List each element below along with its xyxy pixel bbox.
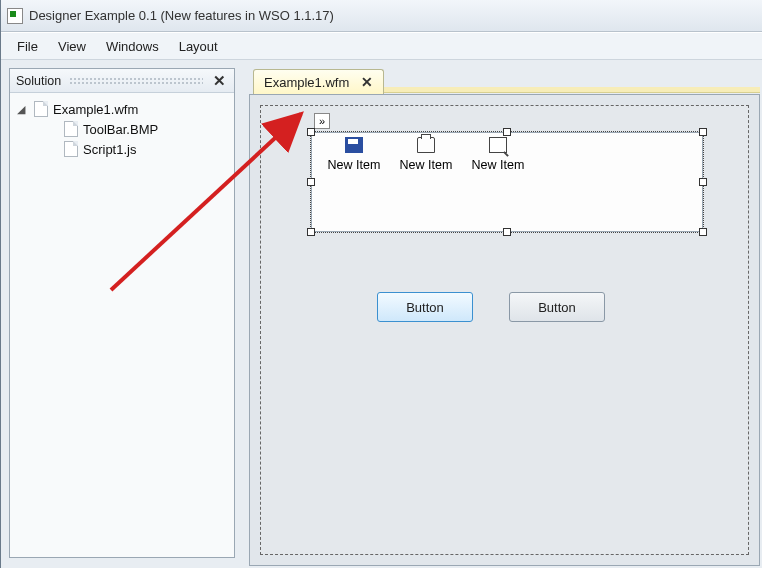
toolbar-item[interactable]: New Item — [462, 137, 534, 172]
workspace: Solution ✕ ◢ Example1.wfm ToolBar.BMP Sc… — [1, 60, 762, 568]
toolbar-item[interactable]: New Item — [318, 137, 390, 172]
resize-handle-se[interactable] — [699, 228, 707, 236]
close-icon[interactable]: ✕ — [211, 72, 228, 90]
menu-windows[interactable]: Windows — [96, 36, 169, 57]
tree-root-label: Example1.wfm — [53, 102, 138, 117]
panel-grip[interactable] — [69, 77, 203, 85]
app-icon — [7, 8, 23, 24]
menubar: File View Windows Layout — [1, 32, 762, 60]
tree-item-script1-js[interactable]: Script1.js — [14, 139, 230, 159]
resize-handle-s[interactable] — [503, 228, 511, 236]
close-icon[interactable]: ✕ — [361, 74, 373, 90]
window-title: Designer Example 0.1 (New features in WS… — [29, 8, 334, 23]
form-button-primary[interactable]: Button — [377, 292, 473, 322]
resize-handle-n[interactable] — [503, 128, 511, 136]
resize-handle-nw[interactable] — [307, 128, 315, 136]
menu-view[interactable]: View — [48, 36, 96, 57]
file-icon — [34, 101, 48, 117]
file-icon — [64, 141, 78, 157]
expand-toggle[interactable]: ◢ — [14, 103, 28, 116]
designer-canvas[interactable]: » New Item New Item — [249, 94, 760, 566]
resize-handle-sw[interactable] — [307, 228, 315, 236]
tab-label: Example1.wfm — [264, 75, 349, 90]
tree-item-toolbar-bmp[interactable]: ToolBar.BMP — [14, 119, 230, 139]
toolbar-item[interactable]: New Item — [390, 137, 462, 172]
toolbar-item-label: New Item — [472, 158, 525, 172]
tree-item-label: ToolBar.BMP — [83, 122, 158, 137]
solution-tree: ◢ Example1.wfm ToolBar.BMP Script1.js — [10, 93, 234, 165]
toolbar-items: New Item New Item New Item — [312, 133, 702, 176]
form-button-secondary[interactable]: Button — [509, 292, 605, 322]
save-icon — [345, 137, 363, 153]
tabstrip-background — [384, 87, 760, 93]
form-surface[interactable]: » New Item New Item — [260, 105, 749, 555]
resize-handle-ne[interactable] — [699, 128, 707, 136]
solution-panel-header[interactable]: Solution ✕ — [10, 69, 234, 93]
file-icon — [64, 121, 78, 137]
solution-panel-title: Solution — [16, 74, 61, 88]
tab-example1-wfm[interactable]: Example1.wfm ✕ — [253, 69, 384, 94]
titlebar[interactable]: Designer Example 0.1 (New features in WS… — [1, 0, 762, 32]
tree-item-label: Script1.js — [83, 142, 136, 157]
smart-tag-glyph[interactable]: » — [314, 113, 330, 129]
toolbar-item-label: New Item — [328, 158, 381, 172]
search-icon — [489, 137, 507, 153]
solution-panel: Solution ✕ ◢ Example1.wfm ToolBar.BMP Sc… — [9, 68, 235, 558]
toolbar-item-label: New Item — [400, 158, 453, 172]
menu-file[interactable]: File — [7, 36, 48, 57]
app-window: Designer Example 0.1 (New features in WS… — [0, 0, 762, 568]
toolbar-control-selected[interactable]: » New Item New Item — [311, 132, 703, 232]
tabstrip: Example1.wfm ✕ — [249, 68, 760, 94]
resize-handle-w[interactable] — [307, 178, 315, 186]
menu-layout[interactable]: Layout — [169, 36, 228, 57]
resize-handle-e[interactable] — [699, 178, 707, 186]
tree-root[interactable]: ◢ Example1.wfm — [14, 99, 230, 119]
document-area: Example1.wfm ✕ » New Item — [249, 68, 760, 566]
print-icon — [417, 137, 435, 153]
